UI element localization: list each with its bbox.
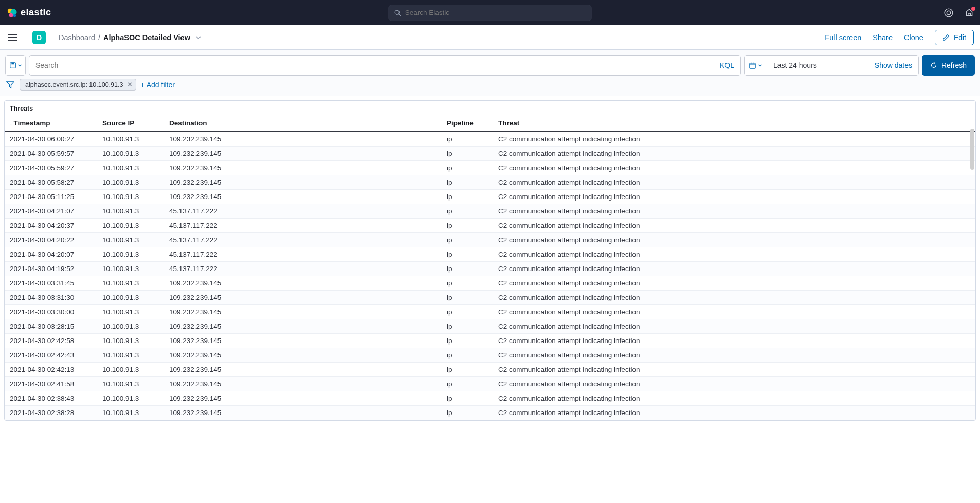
table-row[interactable]: 2021-04-30 02:42:5810.100.91.3109.232.23…	[5, 334, 975, 348]
cell-ts: 2021-04-30 05:59:57	[5, 147, 97, 161]
cell-threat: C2 communication attempt indicating infe…	[493, 291, 975, 305]
cell-ts: 2021-04-30 05:58:27	[5, 175, 97, 190]
cell-threat: C2 communication attempt indicating infe…	[493, 161, 975, 175]
svg-point-3	[13, 14, 16, 17]
col-threat[interactable]: Threat	[493, 115, 975, 132]
clone-button[interactable]: Clone	[904, 33, 923, 42]
cell-pipe: ip	[442, 247, 493, 262]
cell-dst: 109.232.239.145	[164, 305, 442, 319]
cell-pipe: ip	[442, 219, 493, 233]
table-row[interactable]: 2021-04-30 02:38:2810.100.91.3109.232.23…	[5, 406, 975, 420]
cell-src: 10.100.91.3	[97, 219, 164, 233]
cell-src: 10.100.91.3	[97, 334, 164, 348]
scrollbar[interactable]	[970, 129, 974, 170]
cell-pipe: ip	[442, 348, 493, 363]
breadcrumb-separator: /	[98, 33, 100, 42]
col-destination[interactable]: Destination	[164, 115, 442, 132]
cell-ts: 2021-04-30 02:38:28	[5, 406, 97, 420]
elastic-logo-icon	[6, 7, 17, 19]
table-row[interactable]: 2021-04-30 05:59:5710.100.91.3109.232.23…	[5, 147, 975, 161]
cell-pipe: ip	[442, 276, 493, 291]
elastic-logo[interactable]: elastic	[6, 7, 51, 19]
cell-pipe: ip	[442, 391, 493, 406]
nav-toggle-icon[interactable]	[6, 32, 20, 43]
table-row[interactable]: 2021-04-30 03:28:1510.100.91.3109.232.23…	[5, 319, 975, 334]
cell-threat: C2 communication attempt indicating infe…	[493, 204, 975, 219]
add-filter-button[interactable]: + Add filter	[140, 81, 175, 89]
table-row[interactable]: 2021-04-30 03:31:3010.100.91.3109.232.23…	[5, 291, 975, 305]
kql-toggle[interactable]: KQL	[720, 61, 734, 69]
table-row[interactable]: 2021-04-30 02:42:1310.100.91.3109.232.23…	[5, 363, 975, 377]
cell-pipe: ip	[442, 334, 493, 348]
global-search-input[interactable]	[405, 9, 586, 16]
cell-src: 10.100.91.3	[97, 147, 164, 161]
cell-ts: 2021-04-30 02:42:13	[5, 363, 97, 377]
table-row[interactable]: 2021-04-30 04:20:0710.100.91.345.137.117…	[5, 247, 975, 262]
cell-dst: 109.232.239.145	[164, 147, 442, 161]
date-quick-select[interactable]	[745, 56, 767, 75]
full-screen-button[interactable]: Full screen	[825, 33, 861, 42]
cell-ts: 2021-04-30 02:38:43	[5, 391, 97, 406]
table-row[interactable]: 2021-04-30 04:21:0710.100.91.345.137.117…	[5, 204, 975, 219]
show-dates-link[interactable]: Show dates	[875, 61, 918, 69]
share-button[interactable]: Share	[873, 33, 893, 42]
table-row[interactable]: 2021-04-30 02:41:5810.100.91.3109.232.23…	[5, 377, 975, 391]
cell-dst: 109.232.239.145	[164, 406, 442, 420]
filter-bar: alphasoc.event.src.ip: 10.100.91.3 ✕ + A…	[0, 79, 980, 96]
cell-ts: 2021-04-30 06:00:27	[5, 132, 97, 147]
table-row[interactable]: 2021-04-30 04:19:5210.100.91.345.137.117…	[5, 262, 975, 276]
table-row[interactable]: 2021-04-30 03:30:0010.100.91.3109.232.23…	[5, 305, 975, 319]
cell-src: 10.100.91.3	[97, 204, 164, 219]
chevron-down-icon[interactable]	[195, 34, 202, 41]
cell-ts: 2021-04-30 02:42:43	[5, 348, 97, 363]
table-row[interactable]: 2021-04-30 04:20:3710.100.91.345.137.117…	[5, 219, 975, 233]
cell-dst: 45.137.117.222	[164, 247, 442, 262]
col-pipeline[interactable]: Pipeline	[442, 115, 493, 132]
cell-dst: 45.137.117.222	[164, 262, 442, 276]
table-row[interactable]: 2021-04-30 06:00:2710.100.91.3109.232.23…	[5, 132, 975, 147]
cell-ts: 2021-04-30 03:31:30	[5, 291, 97, 305]
cell-src: 10.100.91.3	[97, 247, 164, 262]
cell-dst: 109.232.239.145	[164, 348, 442, 363]
newsfeed-icon[interactable]	[965, 8, 974, 17]
cell-src: 10.100.91.3	[97, 348, 164, 363]
filter-pill-label: alphasoc.event.src.ip: 10.100.91.3	[25, 81, 123, 88]
table-row[interactable]: 2021-04-30 05:11:2510.100.91.3109.232.23…	[5, 190, 975, 204]
cell-dst: 109.232.239.145	[164, 276, 442, 291]
elastic-logo-text: elastic	[21, 7, 51, 18]
col-source-ip[interactable]: Source IP	[97, 115, 164, 132]
cell-ts: 2021-04-30 05:59:27	[5, 161, 97, 175]
table-row[interactable]: 2021-04-30 02:38:4310.100.91.3109.232.23…	[5, 391, 975, 406]
cell-dst: 109.232.239.145	[164, 291, 442, 305]
date-picker[interactable]: Last 24 hours Show dates	[744, 55, 919, 76]
global-search[interactable]	[389, 5, 592, 21]
space-selector[interactable]: D	[32, 31, 46, 44]
cell-ts: 2021-04-30 04:21:07	[5, 204, 97, 219]
cell-pipe: ip	[442, 233, 493, 247]
cell-src: 10.100.91.3	[97, 262, 164, 276]
table-row[interactable]: 2021-04-30 02:42:4310.100.91.3109.232.23…	[5, 348, 975, 363]
cell-threat: C2 communication attempt indicating infe…	[493, 305, 975, 319]
cell-dst: 109.232.239.145	[164, 377, 442, 391]
breadcrumb-root[interactable]: Dashboard	[59, 33, 95, 42]
cell-pipe: ip	[442, 291, 493, 305]
cell-threat: C2 communication attempt indicating infe…	[493, 175, 975, 190]
refresh-button[interactable]: Refresh	[922, 55, 975, 76]
table-row[interactable]: 2021-04-30 03:31:4510.100.91.3109.232.23…	[5, 276, 975, 291]
table-row[interactable]: 2021-04-30 04:20:2210.100.91.345.137.117…	[5, 233, 975, 247]
cell-dst: 109.232.239.145	[164, 190, 442, 204]
query-input[interactable]	[35, 61, 716, 69]
table-row[interactable]: 2021-04-30 05:59:2710.100.91.3109.232.23…	[5, 161, 975, 175]
filter-remove-icon[interactable]: ✕	[127, 81, 133, 88]
svg-point-6	[945, 9, 953, 17]
table-row[interactable]: 2021-04-30 05:58:2710.100.91.3109.232.23…	[5, 175, 975, 190]
cell-threat: C2 communication attempt indicating infe…	[493, 190, 975, 204]
col-timestamp[interactable]: ↓Timestamp	[5, 115, 97, 132]
saved-queries-button[interactable]	[5, 55, 26, 76]
svg-point-2	[9, 13, 13, 17]
help-icon[interactable]	[944, 8, 953, 17]
filter-settings-icon[interactable]	[5, 80, 15, 90]
edit-button[interactable]: Edit	[935, 30, 974, 45]
filter-pill[interactable]: alphasoc.event.src.ip: 10.100.91.3 ✕	[20, 79, 136, 91]
cell-ts: 2021-04-30 04:20:07	[5, 247, 97, 262]
